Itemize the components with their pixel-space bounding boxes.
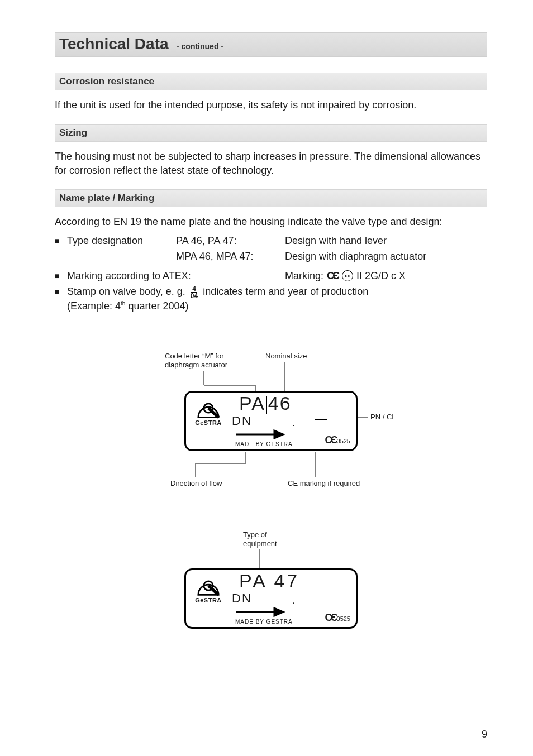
bullet-icon: ■ xyxy=(55,234,67,246)
figure-nameplate-46: Code letter “M” for diaphragm actuator N… xyxy=(131,352,411,497)
section-heading-bar: Technical Data - continued - xyxy=(55,32,487,57)
ce-mark-icon: C Є xyxy=(325,434,337,446)
stamp-after: indicates term and year of production xyxy=(203,286,368,297)
logo-icon xyxy=(196,397,221,419)
section-title: Technical Data xyxy=(59,35,169,53)
stamp-text: Stamp on valve body, e. g. 4 04 indicate… xyxy=(67,285,368,313)
bullet-icon: ■ xyxy=(55,285,67,297)
type-designation-models-1: PA 46, PA 47: xyxy=(176,234,285,247)
nameplate-list: ■ Type designation PA 46, PA 47: Design … xyxy=(55,234,487,313)
flow-arrow-icon xyxy=(235,607,285,617)
brand-text: GeSTRA xyxy=(195,419,222,426)
ce-mark-icon: C Є xyxy=(325,612,337,624)
page: Technical Data - continued - Corrosion r… xyxy=(0,0,533,756)
figure-nameplate-47: Type of equipment GeSTRA PA 47 DN · xyxy=(131,530,411,642)
callout-nominal-size: Nominal size xyxy=(265,352,307,361)
atex-label: Marking according to ATEX: xyxy=(67,269,285,283)
atex-marking: Marking: C Є εx II 2G/D c X xyxy=(285,269,487,283)
bullet-icon: ■ xyxy=(55,269,67,281)
ce-marking-plate: C Є0525 xyxy=(325,612,350,624)
nameplate-intro: According to EN 19 the name plate and th… xyxy=(55,215,487,228)
callout-ce-marking: CE marking if required xyxy=(288,479,360,488)
dn-label: DN xyxy=(232,591,252,606)
logo-icon xyxy=(196,575,221,597)
stamp-frac-top: 4 xyxy=(191,285,197,293)
dot: · xyxy=(292,420,294,430)
list-item-stamp: ■ Stamp on valve body, e. g. 4 04 indica… xyxy=(55,285,487,313)
list-item-type-designation: ■ Type designation PA 46, PA 47: Design … xyxy=(55,234,487,247)
dash xyxy=(315,419,327,420)
made-by: MADE BY GESTRA xyxy=(235,619,293,625)
flow-arrow-icon xyxy=(235,429,285,439)
type-designation-label: Type designation xyxy=(67,234,176,247)
stamp-frac-bot: 04 xyxy=(191,293,198,299)
nameplate-1: GeSTRA PA46 DN · MADE BY GESTRA C Є0525 xyxy=(184,391,358,451)
made-by: MADE BY GESTRA xyxy=(235,441,293,447)
subheading-sizing: Sizing xyxy=(55,124,487,142)
stamp-example-before: (Example: 4 xyxy=(67,300,121,312)
ce-mark-icon: C Є xyxy=(327,269,339,283)
subheading-nameplate: Name plate / Marking xyxy=(55,189,487,207)
gestra-logo: GeSTRA xyxy=(191,575,226,604)
ce-marking-plate: C Є0525 xyxy=(325,434,350,446)
list-item-atex: ■ Marking according to ATEX: Marking: C … xyxy=(55,269,487,283)
type-designation-desc-1: Design with hand lever xyxy=(285,234,487,247)
type-designation-desc-2: Design with diaphragm actuator xyxy=(285,250,487,263)
sizing-text: The housing must not be subjected to sha… xyxy=(55,150,487,177)
list-item-type-designation-cont: MPA 46, MPA 47: Design with diaphragm ac… xyxy=(55,250,487,263)
subheading-corrosion: Corrosion resistance xyxy=(55,73,487,90)
nameplate-2: GeSTRA PA 47 DN · MADE BY GESTRA C Є0525 xyxy=(184,568,358,629)
gestra-logo: GeSTRA xyxy=(191,397,226,426)
stamp-example-after: quarter 2004) xyxy=(125,300,188,312)
callout-pn-cl: PN / CL xyxy=(370,413,396,422)
atex-marking-code: II 2G/D c X xyxy=(356,269,406,283)
ce-number: 0525 xyxy=(337,615,350,622)
model-left: PA xyxy=(239,393,265,414)
ex-mark-icon: εx xyxy=(342,270,353,281)
section-continued: - continued - xyxy=(177,42,223,51)
figures: Code letter “M” for diaphragm actuator N… xyxy=(55,352,487,642)
page-number: 9 xyxy=(482,729,487,740)
dn-label: DN xyxy=(232,414,252,428)
stamp-fraction: 4 04 xyxy=(191,285,198,299)
stamp-before: Stamp on valve body, e. g. xyxy=(67,286,185,297)
model: PA 47 xyxy=(239,570,299,592)
dot: · xyxy=(292,598,294,608)
brand-text: GeSTRA xyxy=(195,597,222,604)
ce-number: 0525 xyxy=(337,438,350,444)
callout-direction-flow: Direction of flow xyxy=(170,479,222,488)
type-designation-models-2: MPA 46, MPA 47: xyxy=(176,250,285,263)
atex-marking-prefix: Marking: xyxy=(285,269,323,283)
callout-type-equipment: Type of equipment xyxy=(243,530,288,548)
model-right: 46 xyxy=(268,393,292,414)
callout-code-letter: Code letter “M” for diaphragm actuator xyxy=(165,352,232,369)
corrosion-text: If the unit is used for the intended pur… xyxy=(55,98,487,112)
model-row: PA46 xyxy=(239,393,292,414)
